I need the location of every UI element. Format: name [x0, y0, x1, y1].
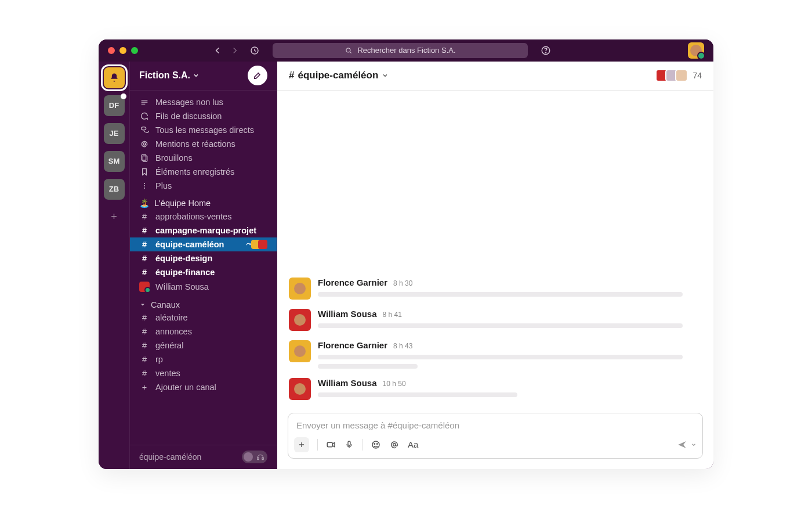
sidebar-item-label: Tous les messages directs — [155, 125, 254, 135]
search-input[interactable]: Rechercher dans Fiction S.A. — [273, 43, 528, 58]
main-panel: # équipe-caméléon 74 — [277, 62, 713, 469]
channel-name: équipe-design — [155, 254, 212, 263]
message-time: 8 h 43 — [393, 342, 412, 350]
sidebar-item-more[interactable]: Plus — [130, 179, 277, 193]
sidebar-channel[interactable]: # approbations-ventes — [130, 210, 277, 224]
sidebar-item-label: Mentions et réactions — [155, 139, 235, 149]
member-avatars[interactable] — [658, 69, 688, 82]
hash-icon: # — [139, 369, 150, 378]
maximize-window[interactable] — [131, 47, 138, 54]
sidebar-channel[interactable]: # équipe-finance — [130, 265, 277, 279]
workspace-rail: DF JE SM ZB + — [99, 62, 130, 469]
member-count[interactable]: 74 — [693, 71, 702, 80]
audio-button[interactable] — [345, 440, 354, 449]
compose-button[interactable] — [248, 66, 267, 85]
formatting-button[interactable]: Aa — [408, 439, 418, 449]
message-author[interactable]: Florence Garnier — [318, 278, 387, 287]
svg-point-1 — [346, 48, 350, 52]
channel-name: équipe-caméléon — [155, 240, 224, 249]
threads-icon — [139, 111, 150, 121]
close-window[interactable] — [108, 47, 115, 54]
message-avatar[interactable] — [289, 309, 311, 331]
svg-rect-11 — [262, 457, 263, 460]
message-author[interactable]: Florence Garnier — [318, 340, 387, 350]
message-author[interactable]: William Sousa — [318, 309, 377, 319]
channel-title: équipe-caméléon — [298, 70, 378, 81]
plus-icon: + — [139, 383, 150, 392]
message-avatar[interactable] — [289, 340, 311, 362]
attach-button[interactable] — [294, 437, 309, 452]
palm-tree-icon: 🏝️ — [139, 199, 150, 208]
sidebar-item-mentions[interactable]: Mentions et réactions — [130, 137, 277, 151]
workspace-tile[interactable]: JE — [104, 123, 125, 144]
workspace-initials: DF — [109, 101, 119, 110]
sidebar-channel[interactable]: # campagne-marque-projet — [130, 224, 277, 237]
sidebar-item-label: Éléments enregistrés — [155, 167, 234, 176]
sidebar-item-unreads[interactable]: Messages non lus — [130, 95, 277, 109]
video-button[interactable] — [326, 439, 336, 450]
message-author[interactable]: William Sousa — [318, 378, 377, 388]
hash-icon: # — [139, 313, 150, 322]
channel-name: ventes — [155, 369, 180, 378]
emoji-button[interactable] — [371, 439, 381, 450]
sidebar-section-team[interactable]: 🏝️ L'équipe Home — [130, 193, 277, 210]
workspace-tile-active[interactable] — [104, 67, 125, 88]
composer-placeholder: Envoyer un message à #équipe-caméléon — [296, 420, 459, 430]
add-workspace-button[interactable]: + — [104, 207, 125, 228]
help-button[interactable] — [541, 45, 551, 56]
user-avatar[interactable] — [688, 42, 704, 59]
hash-icon: # — [289, 70, 294, 81]
workspace-tile[interactable]: DF — [104, 95, 125, 116]
mention-button[interactable] — [389, 439, 400, 450]
sidebar-item-label: Plus — [155, 181, 172, 190]
sidebar-item-label: Brouillons — [155, 153, 193, 163]
forward-button[interactable] — [230, 45, 240, 56]
sidebar-channel[interactable]: #aléatoire — [130, 311, 277, 325]
channel-name: approbations-ventes — [155, 212, 231, 221]
sidebar-item-drafts[interactable]: Brouillons — [130, 151, 277, 165]
sidebar-channel[interactable]: #ventes — [130, 366, 277, 380]
minimize-window[interactable] — [119, 47, 126, 54]
titlebar: Rechercher dans Fiction S.A. — [99, 39, 713, 62]
huddle-toggle[interactable] — [242, 451, 267, 463]
workspace-switcher[interactable]: Fiction S.A. — [139, 70, 200, 81]
message-avatar[interactable] — [289, 278, 311, 300]
dm-avatar — [139, 282, 150, 292]
message-avatar[interactable] — [289, 378, 311, 400]
more-icon — [139, 181, 150, 190]
channel-title-button[interactable]: # équipe-caméléon — [289, 70, 389, 81]
composer-input[interactable]: Envoyer un message à #équipe-caméléon — [288, 413, 702, 434]
add-channel-button[interactable]: +Ajouter un canal — [130, 380, 277, 394]
sidebar: Fiction S.A. Messages non lus — [130, 62, 277, 469]
sidebar-item-saved[interactable]: Éléments enregistrés — [130, 165, 277, 179]
svg-point-16 — [377, 443, 378, 444]
message-time: 10 h 50 — [383, 380, 406, 388]
message-list: Florence Garnier 8 h 30 William Sousa 8 … — [277, 91, 713, 405]
hash-icon: # — [139, 327, 150, 336]
hash-icon: # — [139, 341, 150, 350]
svg-rect-12 — [327, 442, 332, 447]
workspace-tile[interactable]: SM — [104, 151, 125, 172]
sidebar-item-dms[interactable]: Tous les messages directs — [130, 123, 277, 137]
sidebar-channel[interactable]: #annonces — [130, 325, 277, 338]
sidebar-section-channels[interactable]: Canaux — [130, 294, 277, 311]
chevron-down-icon — [382, 72, 389, 79]
workspace-initials: SM — [108, 157, 120, 165]
message: Florence Garnier 8 h 43 — [289, 336, 702, 373]
sidebar-channel-selected[interactable]: # équipe-caméléon — [130, 237, 277, 251]
workspace-tile[interactable]: ZB — [104, 179, 125, 200]
sidebar-channel[interactable]: #général — [130, 338, 277, 352]
sidebar-item-threads[interactable]: Fils de discussion — [130, 109, 277, 123]
back-button[interactable] — [212, 45, 223, 56]
search-placeholder: Rechercher dans Fiction S.A. — [357, 46, 455, 55]
sidebar-channel[interactable]: # équipe-design — [130, 251, 277, 265]
channel-name: annonces — [155, 327, 192, 336]
sidebar-channel[interactable]: #rp — [130, 352, 277, 366]
history-button[interactable] — [249, 45, 260, 56]
send-button[interactable] — [677, 439, 697, 450]
svg-point-3 — [545, 52, 546, 53]
chevron-down-icon — [691, 442, 697, 448]
sidebar-dm[interactable]: William Sousa — [130, 279, 277, 294]
svg-rect-10 — [258, 457, 259, 460]
huddle-channel-name: équipe-caméléon — [139, 452, 201, 462]
